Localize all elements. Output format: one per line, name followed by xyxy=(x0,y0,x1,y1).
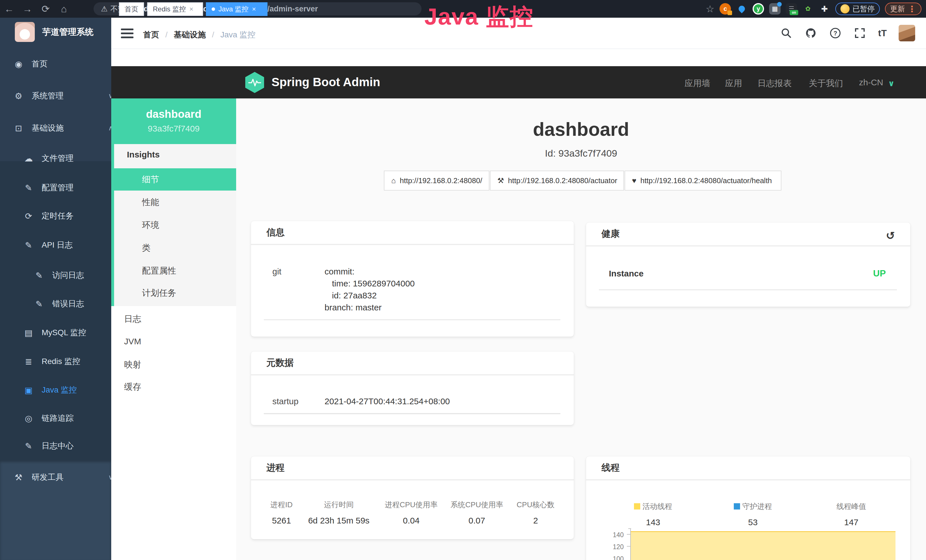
sidebar-item-label: 首页 xyxy=(32,59,48,69)
sidebar-item-label: 系统管理 xyxy=(32,91,64,101)
sidebar-item-home[interactable]: ◉ 首页 xyxy=(0,50,124,78)
bookmark-star-icon[interactable]: ☆ xyxy=(706,3,714,15)
y-tick-140: 140 xyxy=(604,531,624,539)
close-icon[interactable]: × xyxy=(252,5,256,13)
extensions-puzzle-icon[interactable]: ✚ xyxy=(819,3,830,15)
sba-nav-applications[interactable]: 应用 xyxy=(725,77,742,89)
tag-label: Redis 监控 xyxy=(153,5,186,14)
browser-menu-icon[interactable]: ⋮ xyxy=(908,4,916,14)
sidebar-item-infra[interactable]: ⊡ 基础设施 ∧ xyxy=(0,114,124,142)
font-size-icon[interactable]: tT xyxy=(878,27,887,39)
row-divider xyxy=(599,289,897,290)
profile-avatar-emoji xyxy=(840,4,850,14)
breadcrumb-section[interactable]: 基础设施 xyxy=(174,30,206,39)
sidebar-item-label: API 日志 xyxy=(42,240,73,250)
sidebar-item-dev-tools[interactable]: ⚒ 研发工具 ∨ xyxy=(0,463,124,492)
home-icon: ⌂ xyxy=(391,176,396,185)
home-icon[interactable]: ⌂ xyxy=(55,3,73,15)
card-title: 信息 xyxy=(266,226,284,239)
sba-nav-journal[interactable]: 日志报表 xyxy=(758,77,792,89)
extension-icon-c[interactable]: c xyxy=(720,3,731,15)
fullscreen-icon[interactable] xyxy=(853,27,866,39)
wrench-icon: ⚒ xyxy=(497,176,504,185)
link-chip-home[interactable]: ⌂ http://192.168.0.2:48080/ xyxy=(384,171,489,191)
forward-icon[interactable]: → xyxy=(18,3,36,15)
tag-redis-monitor[interactable]: Redis 监控 × xyxy=(147,2,203,16)
sba-menu-details[interactable]: 细节 xyxy=(114,168,236,191)
github-icon[interactable] xyxy=(805,27,817,39)
sba-menu-jvm[interactable]: JVM xyxy=(111,330,236,353)
app-title: 芋道管理系统 xyxy=(42,26,94,38)
threads-card-header: 线程 xyxy=(586,456,910,480)
breadcrumb-separator: / xyxy=(212,30,214,39)
sba-brand-title[interactable]: Spring Boot Admin xyxy=(271,75,380,89)
update-label: 更新 xyxy=(890,4,905,14)
metadata-row-label: startup xyxy=(272,397,299,406)
menu-label: 性能 xyxy=(142,197,159,208)
threads-card: 线程 活动线程 守护进程 线程峰值 143 53 147 140 120 100 xyxy=(586,456,910,560)
sba-menu-environment[interactable]: 环境 xyxy=(114,214,236,236)
process-value-cores: 2 xyxy=(533,516,538,525)
menu-label: JVM xyxy=(124,337,141,346)
sba-menu-caches[interactable]: 缓存 xyxy=(111,376,236,398)
sba-menu-mappings[interactable]: 映射 xyxy=(111,353,236,376)
link-chip-actuator[interactable]: ⚒ http://192.168.0.2:48080/actuator xyxy=(490,171,624,191)
threads-daemon-label: 守护进程 xyxy=(734,501,772,512)
history-icon[interactable]: ↺ xyxy=(886,229,895,242)
sidebar-item-system[interactable]: ⚙ 系统管理 ∨ xyxy=(0,82,124,110)
card-title: 元数据 xyxy=(266,357,294,369)
tag-home[interactable]: 首页 xyxy=(119,2,144,16)
user-avatar[interactable] xyxy=(899,25,915,41)
threads-peak-value: 147 xyxy=(844,518,858,527)
spring-boot-admin-logo[interactable] xyxy=(245,72,264,93)
extension-icon-y[interactable]: y xyxy=(753,3,764,15)
menu-label: 缓存 xyxy=(124,381,141,393)
process-value-sys-cpu: 0.07 xyxy=(469,516,485,525)
extension-list-icon[interactable]: ☰on xyxy=(786,3,797,15)
sba-nav-about[interactable]: 关于我们 xyxy=(809,77,843,89)
search-icon[interactable] xyxy=(780,27,793,39)
git-branch-line: branch: master xyxy=(325,303,381,312)
process-col-header: 进程ID xyxy=(270,500,293,510)
instance-name: dashboard xyxy=(111,108,236,120)
process-col-header: 进程CPU使用率 xyxy=(385,500,438,510)
edit-icon: ✎ xyxy=(23,183,34,193)
link-url: http://192.168.0.2:48080/ xyxy=(400,176,482,185)
tag-java-monitor[interactable]: Java 监控 × xyxy=(206,2,268,16)
threads-area-chart xyxy=(631,531,896,560)
sba-menu-logs[interactable]: 日志 xyxy=(111,308,236,330)
java-monitor-icon: ▣ xyxy=(23,385,34,395)
health-card: 健康 ↺ Instance UP xyxy=(586,222,910,307)
extension-leaf-icon[interactable]: ✿ xyxy=(802,3,814,15)
extension-grid-icon[interactable]: ▦ xyxy=(769,3,781,15)
close-icon[interactable]: × xyxy=(189,5,194,13)
sba-menu-scheduled-tasks[interactable]: 计划任务 xyxy=(114,282,236,304)
database-icon: ▤ xyxy=(23,328,34,338)
sidebar-item-label: 定时任务 xyxy=(42,210,74,221)
git-commit-line: commit: xyxy=(325,267,354,277)
sba-nav-wallboard[interactable]: 应用墙 xyxy=(684,77,710,89)
breadcrumb-home[interactable]: 首页 xyxy=(143,30,159,39)
threads-live-value: 143 xyxy=(646,518,660,527)
sba-menu-metrics[interactable]: 性能 xyxy=(114,191,236,213)
app-logo xyxy=(15,22,35,42)
help-icon[interactable]: ? xyxy=(829,27,841,39)
sba-nav-language[interactable]: zh-CN xyxy=(859,77,883,87)
link-chip-health[interactable]: ♥ http://192.168.0.2:48080/actuator/heal… xyxy=(625,171,781,191)
sba-menu-config-props[interactable]: 配置属性 xyxy=(114,260,236,282)
sba-insights-section: Insights 细节 性能 环境 类 配置属性 计划任务 xyxy=(111,144,236,306)
language-caret-icon[interactable]: ∨ xyxy=(888,79,895,88)
instance-id: 93a3fc7f7409 xyxy=(111,124,236,133)
sba-menu-classes[interactable]: 类 xyxy=(114,237,236,259)
hamburger-icon[interactable] xyxy=(121,29,133,38)
layers-icon: ≣ xyxy=(23,357,34,366)
threads-peak-label: 线程峰值 xyxy=(837,501,866,512)
reload-icon[interactable]: ⟳ xyxy=(36,3,55,15)
browser-update-button[interactable]: 更新 ⋮ xyxy=(885,3,921,15)
sidebar-item-label: Redis 监控 xyxy=(42,356,80,367)
profile-paused-badge[interactable]: 已暂停 xyxy=(835,3,880,15)
extension-pin-icon[interactable] xyxy=(736,3,747,15)
sba-instance-block[interactable]: dashboard 93a3fc7f7409 xyxy=(111,98,236,144)
back-icon[interactable]: ← xyxy=(0,3,18,15)
monitor-icon: ⊡ xyxy=(13,123,24,133)
